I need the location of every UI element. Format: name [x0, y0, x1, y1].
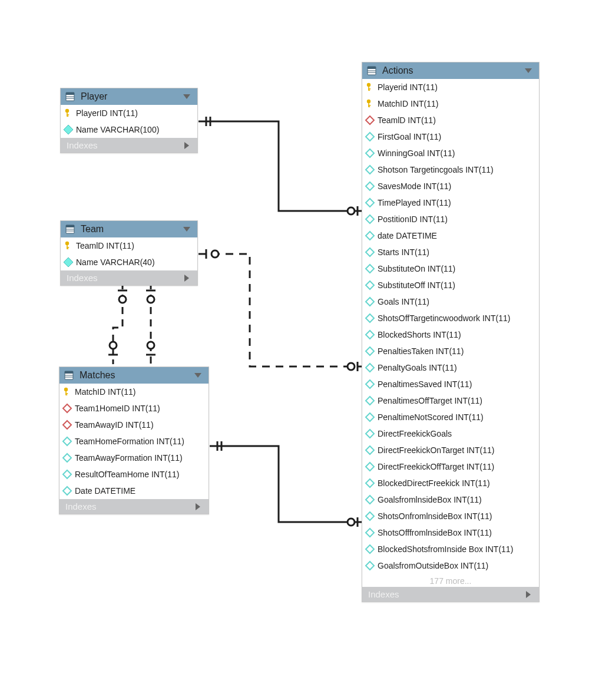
column-label: DirectFreekickGoals	[378, 429, 452, 438]
column-label: TeamAwayID INT(11)	[75, 420, 154, 430]
column[interactable]: ShotsOfffromlnsideBox INT(11)	[362, 524, 539, 541]
diamond-open-icon	[62, 453, 72, 463]
column[interactable]: Shotson Targetincgoals INT(11)	[362, 161, 539, 178]
caret-right-icon[interactable]	[182, 273, 191, 283]
indexes-section[interactable]: Indexes	[362, 587, 539, 602]
column[interactable]: GoalsfromlnsideBox INT(11)	[362, 491, 539, 508]
column[interactable]: Starts INT(11)	[362, 244, 539, 260]
table-title: Actions	[382, 65, 518, 76]
columns: MatchID INT(11)Team1HomeID INT(11)TeamAw…	[59, 384, 209, 499]
diamond-open-icon	[365, 445, 375, 455]
diamond-open-icon	[365, 148, 375, 159]
more-columns-indicator[interactable]: 177 more...	[362, 574, 539, 587]
column-label: BlockedShotsfromInside Box INT(11)	[378, 544, 513, 554]
table-player[interactable]: Player PlayerID INT(11) Name VARCHAR(100…	[60, 88, 198, 153]
column[interactable]: DirectFreekickOffTarget INT(11)	[362, 458, 539, 475]
indexes-section[interactable]: Indexes	[59, 499, 209, 514]
column[interactable]: TeamHomeFormation INT(11)	[59, 433, 209, 450]
column-label: ShotsOffTargetincwoodwork INT(11)	[378, 313, 510, 323]
table-actions[interactable]: Actions Playerid INT(11)MatchID INT(11)T…	[362, 62, 540, 602]
column[interactable]: TeamAwayFormation INT(11)	[59, 450, 209, 466]
table-header[interactable]: Matches	[59, 367, 209, 384]
column[interactable]: TeamlD INT(11)	[61, 237, 197, 254]
column[interactable]: date DATETIME	[362, 227, 539, 244]
column[interactable]: PenaltiesTaken INT(11)	[362, 343, 539, 359]
column-label: ResultOfTeamHome INT(11)	[75, 470, 179, 479]
column-label: PenaltimesSaved INT(11)	[378, 379, 472, 389]
diamond-red-icon	[62, 403, 72, 414]
caret-down-icon[interactable]	[182, 92, 191, 101]
column-label: Team1HomeID INT(11)	[75, 404, 160, 413]
caret-right-icon[interactable]	[193, 502, 203, 511]
column[interactable]: PenaltyGoals INT(11)	[362, 359, 539, 376]
columns: TeamlD INT(11) Name VARCHAR(40)	[61, 237, 197, 270]
diamond-open-icon	[62, 469, 72, 480]
column-label: TimePlayed INT(11)	[378, 198, 451, 207]
column[interactable]: Date DATETIME	[59, 483, 209, 499]
column-label: Date DATETIME	[75, 486, 135, 496]
column-label: TeamlD INT(11)	[378, 115, 436, 125]
diamond-open-icon	[365, 230, 375, 241]
column[interactable]: PenaltimesOffTarget INT(11)	[362, 392, 539, 409]
diamond-open-icon	[62, 486, 72, 496]
column[interactable]: MatchID INT(11)	[362, 95, 539, 112]
column[interactable]: Playerid INT(11)	[362, 79, 539, 95]
column[interactable]: DirectFreekickGoals	[362, 425, 539, 442]
caret-right-icon[interactable]	[182, 141, 191, 150]
column[interactable]: Goals INT(11)	[362, 293, 539, 310]
column[interactable]: TeamAwayID INT(11)	[59, 417, 209, 433]
table-header[interactable]: Actions	[362, 62, 539, 79]
column-label: PenaltimesOffTarget INT(11)	[378, 396, 482, 405]
column[interactable]: PostitionID INT(11)	[362, 211, 539, 227]
column[interactable]: Name VARCHAR(40)	[61, 254, 197, 270]
column[interactable]: PenaltimesSaved INT(11)	[362, 376, 539, 392]
column[interactable]: ResultOfTeamHome INT(11)	[59, 466, 209, 483]
column[interactable]: BlockedShotsfromInside Box INT(11)	[362, 541, 539, 557]
column[interactable]: TimePlayed INT(11)	[362, 194, 539, 211]
table-matches[interactable]: Matches MatchID INT(11)Team1HomeID INT(1…	[59, 366, 209, 514]
table-header[interactable]: Team	[61, 221, 197, 237]
column[interactable]: PlayerID INT(11)	[61, 105, 197, 121]
caret-down-icon[interactable]	[193, 371, 203, 380]
column[interactable]: TeamlD INT(11)	[362, 112, 539, 128]
key-icon	[365, 82, 375, 93]
indexes-section[interactable]: Indexes	[61, 138, 197, 153]
column[interactable]: Name VARCHAR(100)	[61, 121, 197, 138]
column-label: ShotsOnfromlnsideBox INT(11)	[378, 511, 492, 521]
caret-down-icon[interactable]	[182, 224, 191, 234]
diamond-open-icon	[365, 428, 375, 439]
table-header[interactable]: Player	[61, 88, 197, 105]
diamond-open-icon	[365, 527, 375, 538]
column-label: PlayerID INT(11)	[76, 108, 138, 118]
column-label: WinningGoal INT(11)	[378, 148, 455, 158]
column[interactable]: WinningGoal INT(11)	[362, 145, 539, 161]
column[interactable]: ShotsOffTargetincwoodwork INT(11)	[362, 310, 539, 326]
column[interactable]: MatchID INT(11)	[59, 384, 209, 400]
column-label: date DATETIME	[378, 231, 437, 240]
table-team[interactable]: Team TeamlD INT(11) Name VARCHAR(40) Ind…	[60, 220, 198, 286]
column[interactable]: BlockedShorts INT(11)	[362, 326, 539, 343]
column[interactable]: GoalsfromOutsideBox INT(11)	[362, 557, 539, 574]
table-icon	[64, 371, 74, 380]
caret-right-icon[interactable]	[524, 590, 533, 599]
column[interactable]: BlockedDirectFreekick INT(11)	[362, 475, 539, 491]
column[interactable]: SubstituteOn INT(11)	[362, 260, 539, 277]
column[interactable]: PenaltimeNotScored INT(11)	[362, 409, 539, 425]
table-title: Player	[81, 91, 176, 102]
column[interactable]: FirstGoal INT(11)	[362, 128, 539, 145]
column[interactable]: ShotsOnfromlnsideBox INT(11)	[362, 508, 539, 524]
table-icon	[65, 92, 75, 101]
column[interactable]: Team1HomeID INT(11)	[59, 400, 209, 417]
caret-down-icon[interactable]	[524, 66, 533, 75]
column[interactable]: SubstituteOff INT(11)	[362, 277, 539, 293]
column-label: BlockedDirectFreekick INT(11)	[378, 478, 490, 488]
column-label: Playerid INT(11)	[378, 82, 438, 92]
column-label: FirstGoal INT(11)	[378, 132, 441, 141]
diamond-open-icon	[365, 296, 375, 307]
key-icon	[365, 98, 375, 109]
column-label: SavesMode INT(11)	[378, 181, 451, 191]
column[interactable]: DirectFreekickOnTarget INT(11)	[362, 442, 539, 458]
column[interactable]: SavesMode INT(11)	[362, 178, 539, 194]
indexes-section[interactable]: Indexes	[61, 270, 197, 285]
column-label: Starts INT(11)	[378, 247, 429, 257]
